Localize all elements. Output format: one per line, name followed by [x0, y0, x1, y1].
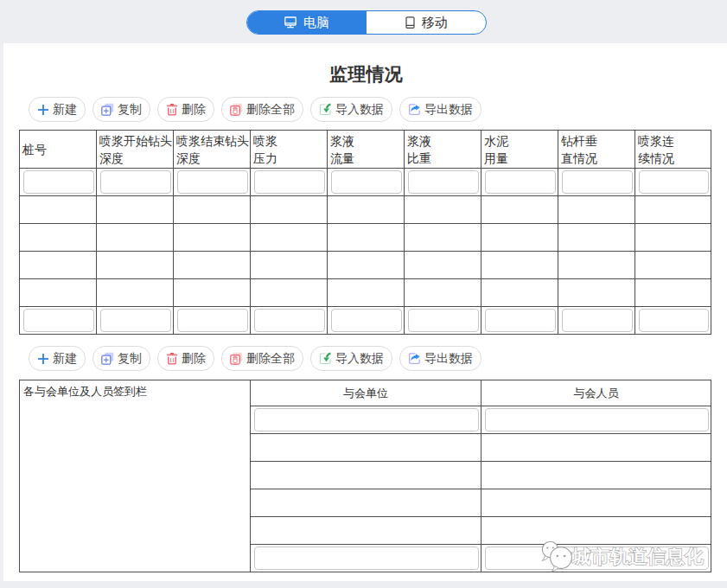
svg-text:城市轨道信息化: 城市轨道信息化 [571, 546, 704, 567]
